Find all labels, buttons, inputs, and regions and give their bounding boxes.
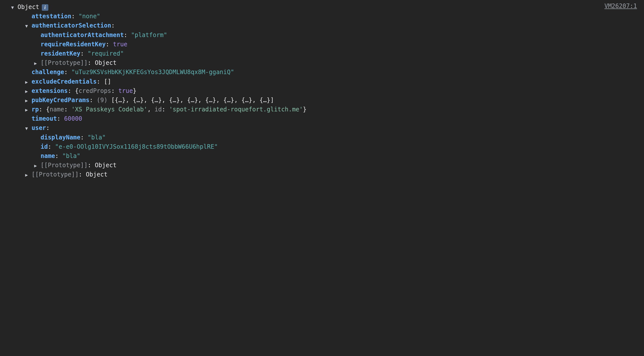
prop-value-string: "uTuz9KSVsHbKKjKKFEGsYos3JQDMLWU8qx8M-gg… (71, 68, 234, 77)
prop-value-string: "e-e0-OOlg10IVYJSox1168j8cts89tObbW66U6h… (55, 142, 218, 151)
colon: : (39, 105, 46, 114)
array-count: (9) (97, 96, 107, 105)
prop-user-name[interactable]: name : "bla" (5, 151, 639, 161)
prop-timeout[interactable]: timeout : 60000 (5, 114, 639, 123)
prop-key: name (41, 151, 55, 161)
prop-value-bool: true (113, 40, 127, 49)
prop-key: displayName (41, 133, 80, 142)
prop-key: extensions (32, 86, 68, 96)
colon: : (57, 114, 64, 123)
prop-user-displayname[interactable]: displayName : "bla" (5, 133, 639, 142)
preview-sep: : (162, 105, 169, 114)
colon: : (80, 133, 88, 142)
colon: : (79, 170, 86, 179)
chevron-right-icon[interactable]: ▶ (24, 171, 30, 179)
prop-key: excludeCredentials (32, 77, 97, 86)
chevron-down-icon[interactable]: ▼ (24, 23, 30, 30)
prop-value-number: 60000 (64, 114, 82, 123)
prop-key: requireResidentKey (41, 40, 106, 49)
prop-value-object: Object (95, 58, 117, 68)
chevron-right-icon[interactable]: ▶ (24, 106, 30, 113)
prop-user[interactable]: ▼ user : (5, 123, 639, 133)
prop-value-string: "bla" (88, 133, 106, 142)
colon: : (71, 12, 79, 21)
prop-key: rp (32, 105, 39, 114)
colon: : (64, 68, 71, 77)
object-root-row[interactable]: ▼ Object i (5, 3, 639, 12)
prop-key: timeout (32, 114, 57, 123)
colon: : (48, 142, 55, 151)
prop-value-object: Object (86, 170, 108, 179)
colon: : (88, 161, 95, 170)
prop-key: challenge (32, 68, 64, 77)
preview-key: credProps (79, 86, 111, 96)
colon: : (80, 49, 88, 58)
colon: : (46, 123, 50, 133)
brace-close: } (133, 86, 136, 96)
preview-value: 'XS Passkeys Codelab' (71, 105, 147, 114)
preview-value: 'spot-irradiated-roquefort.glitch.me' (169, 105, 303, 114)
prop-prototype[interactable]: ▶ [[Prototype]] : Object (5, 161, 639, 170)
prop-prototype[interactable]: ▶ [[Prototype]] : Object (5, 170, 639, 179)
prop-value-string: "platform" (131, 31, 167, 40)
preview-sep: : (64, 105, 71, 114)
console-object-view: VM26207:1 ▼ Object i attestation : "none… (0, 0, 644, 187)
prop-attestation[interactable]: attestation : "none" (5, 12, 639, 21)
array-preview: [{…}, {…}, {…}, {…}, {…}, {…}, {…}, {…},… (111, 96, 274, 105)
chevron-right-icon[interactable]: ▶ (24, 97, 30, 104)
prop-value-string: "bla" (62, 151, 80, 161)
preview-comma: , (147, 105, 154, 114)
prop-key: residentKey (41, 49, 80, 58)
prop-rp[interactable]: ▶ rp : { name : 'XS Passkeys Codelab' , … (5, 105, 639, 114)
colon: : (89, 96, 97, 105)
prop-value-object: Object (95, 161, 117, 170)
preview-key: name (50, 105, 64, 114)
prop-key: [[Prototype]] (41, 161, 88, 170)
source-link[interactable]: VM26207:1 (604, 2, 637, 11)
prop-user-id[interactable]: id : "e-e0-OOlg10IVYJSox1168j8cts89tObbW… (5, 142, 639, 151)
chevron-right-icon[interactable]: ▶ (33, 60, 39, 67)
prop-key: [[Prototype]] (32, 170, 79, 179)
chevron-right-icon[interactable]: ▶ (24, 79, 30, 86)
colon: : (111, 21, 115, 30)
prop-key: pubKeyCredParams (32, 96, 89, 105)
prop-key: user (32, 123, 46, 133)
preview-sep: : (111, 86, 118, 96)
colon: : (68, 86, 75, 96)
colon: : (55, 151, 62, 161)
prop-prototype[interactable]: ▶ [[Prototype]] : Object (5, 58, 639, 68)
chevron-down-icon[interactable]: ▼ (24, 125, 30, 132)
prop-resident-key[interactable]: residentKey : "required" (5, 49, 639, 58)
prop-require-resident-key[interactable]: requireResidentKey : true (5, 40, 639, 49)
prop-value-array: [] (104, 77, 111, 86)
prop-pubkey-cred-params[interactable]: ▶ pubKeyCredParams : (9) [{…}, {…}, {…},… (5, 96, 639, 105)
brace-open: { (75, 86, 78, 96)
space (107, 96, 111, 105)
prop-value-string: "none" (79, 12, 100, 21)
colon: : (124, 31, 131, 40)
prop-challenge[interactable]: challenge : "uTuz9KSVsHbKKjKKFEGsYos3JQD… (5, 68, 639, 77)
prop-authenticator-attachment[interactable]: authenticatorAttachment : "platform" (5, 31, 639, 40)
preview-key: id (154, 105, 162, 114)
colon: : (97, 77, 104, 86)
preview-value: true (118, 86, 133, 96)
prop-key: [[Prototype]] (41, 58, 88, 68)
prop-key: authenticatorSelection (32, 21, 111, 30)
chevron-right-icon[interactable]: ▶ (24, 88, 30, 95)
object-root-label: Object (18, 3, 39, 12)
brace-close: } (303, 105, 306, 114)
chevron-down-icon[interactable]: ▼ (10, 4, 16, 11)
info-icon[interactable]: i (42, 4, 48, 11)
brace-open: { (46, 105, 50, 114)
chevron-right-icon[interactable]: ▶ (33, 162, 39, 169)
prop-extensions[interactable]: ▶ extensions : { credProps : true } (5, 86, 639, 96)
prop-key: authenticatorAttachment (41, 31, 124, 40)
colon: : (106, 40, 113, 49)
prop-value-string: "required" (88, 49, 124, 58)
prop-key: attestation (32, 12, 71, 21)
prop-authenticator-selection[interactable]: ▼ authenticatorSelection : (5, 21, 639, 30)
prop-key: id (41, 142, 48, 151)
colon: : (88, 58, 95, 68)
prop-exclude-credentials[interactable]: ▶ excludeCredentials : [] (5, 77, 639, 86)
